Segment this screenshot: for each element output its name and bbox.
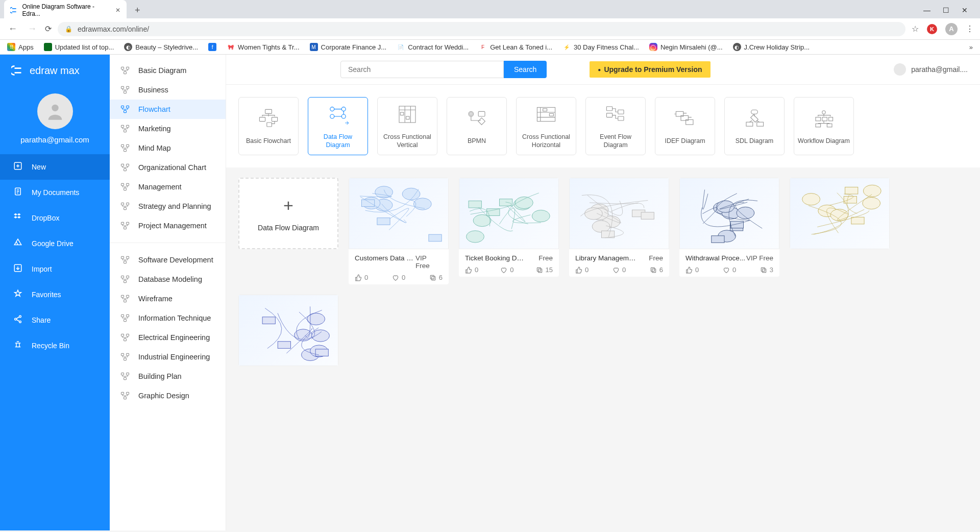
category-electrical-engineering[interactable]: Electrical Engineering: [110, 328, 226, 347]
category-information-technique[interactable]: Information Technique: [110, 308, 226, 328]
favorite-button[interactable]: 0: [392, 274, 405, 281]
category-business[interactable]: Business: [110, 80, 226, 100]
close-window-icon[interactable]: ✕: [962, 6, 968, 14]
favorite-button[interactable]: 0: [500, 266, 513, 274]
minimize-icon[interactable]: —: [923, 6, 930, 14]
new-tab-button[interactable]: +: [131, 3, 144, 18]
diagram-type-idef-diagram[interactable]: IDEF Diagram: [655, 97, 715, 155]
category-graphic-design[interactable]: Graphic Design: [110, 386, 226, 405]
bookmark-apps[interactable]: ⠿Apps: [7, 43, 34, 51]
account-menu[interactable]: paratha@gmail....: [894, 63, 968, 76]
star-icon[interactable]: ☆: [912, 24, 919, 34]
diagram-type-data-flow-diagram[interactable]: Data Flow Diagram: [308, 97, 368, 155]
plus-icon: [13, 161, 22, 173]
menu-icon[interactable]: ⋮: [966, 24, 974, 34]
svg-rect-31: [121, 222, 124, 224]
template-card[interactable]: [790, 178, 890, 249]
diagram-type-sdl-diagram[interactable]: SDL Diagram: [724, 97, 785, 155]
bookmark-item[interactable]: ⚡30 Day Fitness Chal...: [562, 43, 639, 51]
search-input[interactable]: [340, 61, 504, 78]
category-strategy-and-planning[interactable]: Strategy and Planning: [110, 197, 226, 216]
like-button[interactable]: 0: [685, 266, 699, 274]
template-card[interactable]: Ticket Booking Data F...Free0015: [459, 178, 559, 277]
template-card[interactable]: [238, 295, 338, 366]
sidebar-item-recycle-bin[interactable]: Recycle Bin: [0, 333, 110, 358]
bookmark-item[interactable]: FGet Lean & Toned i...: [479, 43, 552, 51]
sidebar-item-import[interactable]: Import: [0, 256, 110, 282]
category-label: Graphic Design: [138, 392, 189, 400]
bookmark-item[interactable]: ◐Beauty – Styledrive...: [124, 43, 198, 51]
upgrade-button[interactable]: ●Upgrade to Premium Version: [590, 61, 710, 78]
logo[interactable]: edraw max: [0, 55, 110, 86]
bookmark-item[interactable]: 🎀Women Tights & Tr...: [227, 43, 299, 51]
diagram-type-cross-functional-vertical[interactable]: Cross Functional Vertical: [377, 97, 437, 155]
diagram-type-cross-functional-horizontal[interactable]: Cross Functional Horizontal: [516, 97, 576, 155]
svg-rect-24: [124, 169, 127, 171]
new-diagram-card[interactable]: +Data Flow Diagram: [238, 178, 338, 249]
maximize-icon[interactable]: ☐: [943, 6, 949, 14]
share-icon: [13, 315, 22, 326]
close-icon[interactable]: ✕: [115, 7, 120, 14]
template-card[interactable]: Withdrawal Proce...VIP Free003: [679, 178, 779, 277]
category-flowchart[interactable]: Flowchart: [110, 100, 226, 119]
profile-avatar[interactable]: A: [945, 23, 958, 35]
copy-button[interactable]: 6: [650, 266, 663, 274]
category-industrial-engineering[interactable]: Industrial Engineering: [110, 347, 226, 367]
copy-button[interactable]: 15: [536, 266, 553, 274]
sidebar-item-favorites[interactable]: Favorites: [0, 282, 110, 307]
category-organizational-chart[interactable]: Organizational Chart: [110, 158, 226, 177]
category-project-management[interactable]: Project Management: [110, 216, 226, 235]
like-button[interactable]: 0: [465, 266, 478, 274]
diagram-type-event-flow-diagram[interactable]: Event Flow Diagram: [585, 97, 646, 155]
bookmarks-overflow[interactable]: »: [969, 43, 973, 51]
like-button[interactable]: 0: [575, 266, 589, 274]
search-button[interactable]: Search: [504, 61, 547, 78]
svg-rect-130: [712, 236, 724, 243]
back-button[interactable]: ←: [6, 21, 19, 36]
template-card[interactable]: Customers Data F...VIP Free006: [349, 178, 449, 284]
diagram-type-basic-flowchart[interactable]: Basic Flowchart: [238, 97, 299, 155]
category-icon: [120, 124, 130, 134]
bookmark-item[interactable]: Updated list of top...: [44, 43, 114, 51]
sidebar-item-google-drive[interactable]: Google Drive: [0, 231, 110, 256]
bookmark-item[interactable]: ◯Negin Mirsalehi (@...: [649, 43, 723, 51]
lock-icon: 🔒: [65, 26, 72, 33]
diagram-type-workflow-diagram[interactable]: Workflow Diagram: [794, 97, 854, 155]
sidebar-item-dropbox[interactable]: DropBox: [0, 205, 110, 231]
category-wireframe[interactable]: Wireframe: [110, 289, 226, 308]
sidebar-item-new[interactable]: New: [0, 154, 110, 180]
bookmark-item[interactable]: MCorporate Finance J...: [310, 43, 387, 51]
browser-tab[interactable]: Online Diagram Software - Edra... ✕: [4, 0, 127, 20]
svg-rect-12: [124, 91, 127, 93]
like-button[interactable]: 0: [355, 274, 368, 281]
category-building-plan[interactable]: Building Plan: [110, 367, 226, 386]
diagram-type-bpmn[interactable]: BPMN: [447, 97, 507, 155]
favorite-button[interactable]: 0: [612, 266, 626, 274]
category-database-modeling[interactable]: Database Modeling: [110, 270, 226, 289]
sidebar-item-my-documents[interactable]: My Documents: [0, 180, 110, 205]
favorite-button[interactable]: 0: [723, 266, 736, 274]
svg-point-87: [822, 111, 825, 114]
content-scroll[interactable]: Basic FlowchartData Flow DiagramCross Fu…: [226, 85, 980, 530]
bookmark-item[interactable]: f: [208, 43, 216, 51]
reload-button[interactable]: ⟳: [45, 24, 52, 34]
extension-k-icon[interactable]: K: [927, 24, 937, 34]
category-management[interactable]: Management: [110, 177, 226, 197]
forward-button[interactable]: →: [26, 21, 39, 36]
new-card-label: Data Flow Diagram: [258, 224, 319, 232]
url-bar[interactable]: 🔒 edrawmax.com/online/: [58, 22, 905, 36]
copy-button[interactable]: 3: [760, 266, 773, 274]
sidebar-item-share[interactable]: Share: [0, 307, 110, 333]
template-card[interactable]: Library Management ...Free006: [569, 178, 669, 277]
svg-rect-41: [127, 295, 129, 297]
category-basic-diagram[interactable]: Basic Diagram: [110, 61, 226, 80]
category-mind-map[interactable]: Mind Map: [110, 138, 226, 158]
bookmark-item[interactable]: ◐J.Crew Holiday Strip...: [733, 43, 810, 51]
category-marketing[interactable]: Marketing: [110, 119, 226, 138]
bookmark-item[interactable]: 📄Contract for Weddi...: [397, 43, 469, 51]
copy-button[interactable]: 6: [429, 274, 443, 281]
category-software-development[interactable]: Software Development: [110, 250, 226, 270]
svg-rect-21: [124, 150, 127, 152]
user-avatar[interactable]: [37, 93, 73, 129]
svg-point-95: [402, 188, 420, 200]
